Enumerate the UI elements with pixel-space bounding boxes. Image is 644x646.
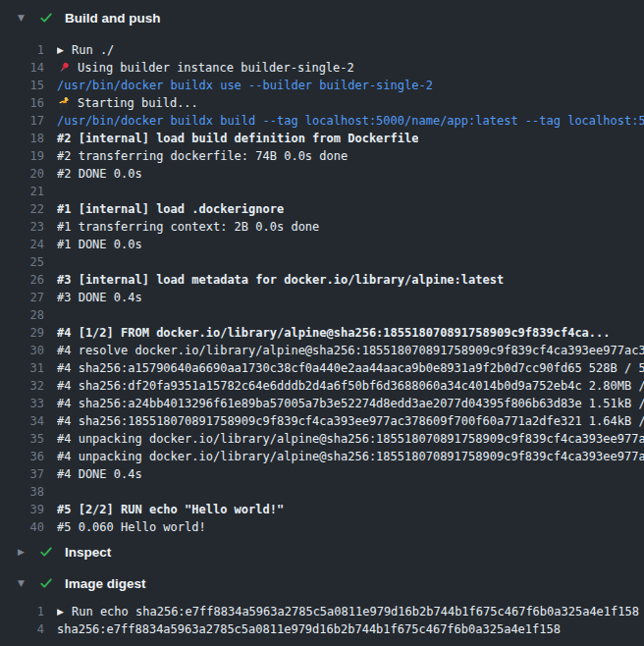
log-line: 38 — [0, 483, 644, 501]
line-number[interactable]: 34 — [12, 412, 44, 430]
check-icon — [39, 576, 53, 590]
log-line: 24#1 DONE 0.0s — [0, 236, 644, 253]
log-text: /usr/bin/docker buildx use --builder bui… — [57, 77, 433, 94]
log-line: 28 — [0, 306, 644, 324]
line-number[interactable]: 27 — [12, 289, 44, 306]
log-text: #4 sha256:a24bb4013296f61e89ba57005a7b3e… — [57, 395, 644, 412]
log-text: sha256:e7ff8834a5963a2785c5a0811e979d16b… — [57, 620, 561, 638]
line-number[interactable]: 4 — [12, 620, 44, 638]
log-text: /usr/bin/docker buildx build --tag local… — [57, 112, 644, 130]
log-line: 20#2 DONE 0.0s — [0, 165, 644, 183]
log-line: 33#4 sha256:a24bb4013296f61e89ba57005a7b… — [0, 395, 644, 412]
log-line: 36#4 unpacking docker.io/library/alpine@… — [0, 448, 644, 465]
log-line: 22#1 [internal] load .dockerignore — [0, 200, 644, 218]
log-lines-image-digest: 1▶Run echo sha256:e7ff8834a5963a2785c5a0… — [0, 599, 644, 638]
log-line: 34#4 sha256:185518070891758909c9f839cf4c… — [0, 412, 644, 430]
log-lines-build-and-push: 1▶Run ./14Using builder instance builder… — [0, 35, 644, 536]
line-number[interactable]: 39 — [12, 501, 44, 518]
line-number[interactable]: 23 — [12, 218, 44, 236]
log-line: 29#4 [1/2] FROM docker.io/library/alpine… — [0, 324, 644, 342]
log-text: #4 sha256:df20fa9351a15782c64e6dddb2d4a6… — [57, 377, 644, 395]
log-text: #1 DONE 0.0s — [57, 236, 142, 253]
line-number[interactable]: 19 — [12, 147, 44, 165]
line-number[interactable]: 25 — [12, 253, 44, 271]
log-text: ▶Run echo sha256:e7ff8834a5963a2785c5a08… — [57, 603, 639, 620]
log-line: 17/usr/bin/docker buildx build --tag loc… — [0, 112, 644, 130]
log-line: 39#5 [2/2] RUN echo "Hello world!" — [0, 501, 644, 518]
line-number[interactable]: 28 — [12, 306, 44, 324]
log-text: #4 DONE 0.4s — [57, 465, 142, 483]
log-line: 1▶Run echo sha256:e7ff8834a5963a2785c5a0… — [0, 603, 644, 620]
log-line: 16Starting build... — [0, 94, 644, 112]
line-number[interactable]: 17 — [12, 112, 44, 130]
section-title: Inspect — [65, 545, 111, 560]
check-icon — [39, 11, 53, 25]
line-number[interactable]: 22 — [12, 200, 44, 218]
line-number[interactable]: 24 — [12, 236, 44, 253]
section-header-inspect[interactable]: ▶Inspect — [0, 536, 644, 567]
log-text: Using builder instance builder-single-2 — [57, 59, 354, 77]
log-text: #4 sha256:185518070891758909c9f839cf4ca3… — [57, 412, 644, 430]
log-text: ▶Run ./ — [57, 41, 114, 59]
log-line: 18#2 [internal] load build definition fr… — [0, 130, 644, 147]
check-icon — [39, 545, 53, 559]
log-text: #1 transferring context: 2B 0.0s done — [57, 218, 319, 236]
line-number[interactable]: 26 — [12, 271, 44, 289]
line-number[interactable]: 36 — [12, 448, 44, 465]
log-line: 19#2 transferring dockerfile: 74B 0.0s d… — [0, 147, 644, 165]
line-number[interactable]: 18 — [12, 130, 44, 147]
log-line: 40#5 0.060 Hello world! — [0, 518, 644, 536]
log-text: #2 DONE 0.0s — [57, 165, 142, 183]
section-title: Build and push — [65, 11, 161, 26]
line-number[interactable]: 15 — [12, 77, 44, 94]
line-number[interactable]: 32 — [12, 377, 44, 395]
log-text: #1 [internal] load .dockerignore — [57, 200, 284, 218]
log-line: 25 — [0, 253, 644, 271]
line-number[interactable]: 35 — [12, 430, 44, 448]
log-line: 21 — [0, 183, 644, 200]
log-text: #4 unpacking docker.io/library/alpine@sh… — [57, 448, 644, 465]
line-number[interactable]: 14 — [12, 59, 44, 77]
log-text: #2 [internal] load build definition from… — [57, 130, 418, 147]
line-number[interactable]: 1 — [12, 603, 44, 620]
log-line: 23#1 transferring context: 2B 0.0s done — [0, 218, 644, 236]
log-text: #5 0.060 Hello world! — [57, 518, 206, 536]
chevron-down-icon: ▼ — [18, 579, 30, 588]
line-number[interactable]: 31 — [12, 359, 44, 377]
actions-log-viewer: ▼Build and push1▶Run ./14Using builder i… — [0, 0, 644, 638]
log-text: #4 [1/2] FROM docker.io/library/alpine@s… — [57, 324, 611, 342]
line-number[interactable]: 21 — [12, 183, 44, 200]
log-text: #4 unpacking docker.io/library/alpine@sh… — [57, 430, 644, 448]
log-text: #4 resolve docker.io/library/alpine@sha2… — [57, 342, 644, 359]
log-line: 35#4 unpacking docker.io/library/alpine@… — [0, 430, 644, 448]
line-number[interactable]: 37 — [12, 465, 44, 483]
log-line: 31#4 sha256:a15790640a6690aa1730c38cf0a4… — [0, 359, 644, 377]
log-line: 15/usr/bin/docker buildx use --builder b… — [0, 77, 644, 94]
log-line: 4sha256:e7ff8834a5963a2785c5a0811e979d16… — [0, 620, 644, 638]
log-line: 32#4 sha256:df20fa9351a15782c64e6dddb2d4… — [0, 377, 644, 395]
line-number[interactable]: 29 — [12, 324, 44, 342]
chevron-down-icon: ▼ — [18, 14, 30, 23]
chevron-right-icon: ▶ — [18, 548, 30, 557]
log-line: 37#4 DONE 0.4s — [0, 465, 644, 483]
log-line: 30#4 resolve docker.io/library/alpine@sh… — [0, 342, 644, 359]
log-line: 26#3 [internal] load metadata for docker… — [0, 271, 644, 289]
log-line: 27#3 DONE 0.4s — [0, 289, 644, 306]
line-number[interactable]: 30 — [12, 342, 44, 359]
line-number[interactable]: 20 — [12, 165, 44, 183]
chevron-right-icon[interactable]: ▶ — [57, 608, 66, 617]
line-number[interactable]: 38 — [12, 483, 44, 501]
line-number[interactable]: 16 — [12, 94, 44, 112]
line-number[interactable]: 40 — [12, 518, 44, 536]
section-header-build-and-push[interactable]: ▼Build and push — [0, 0, 644, 35]
line-number[interactable]: 33 — [12, 395, 44, 412]
log-text: Starting build... — [57, 94, 198, 112]
pushpin-icon — [57, 61, 71, 75]
log-text: #2 transferring dockerfile: 74B 0.0s don… — [57, 147, 348, 165]
section-title: Image digest — [65, 576, 146, 591]
log-text: #4 sha256:a15790640a6690aa1730c38cf0a440… — [57, 359, 644, 377]
chevron-right-icon[interactable]: ▶ — [57, 46, 66, 55]
log-text: #5 [2/2] RUN echo "Hello world!" — [57, 501, 284, 518]
line-number[interactable]: 1 — [12, 41, 44, 59]
section-header-image-digest[interactable]: ▼Image digest — [0, 567, 644, 599]
